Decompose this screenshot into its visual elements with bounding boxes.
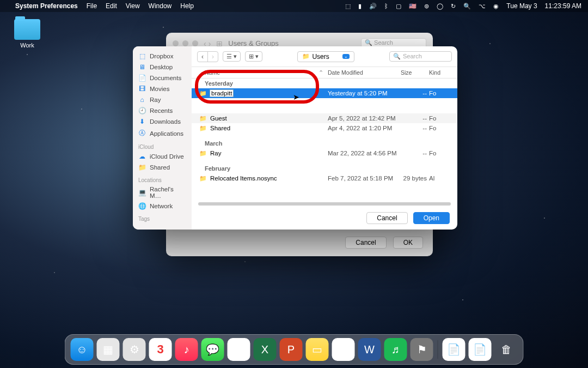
doc-icon: 📄 xyxy=(138,74,146,82)
menu-view[interactable]: View xyxy=(126,2,140,10)
col-name[interactable]: Name⌃ xyxy=(192,69,328,76)
dock-trash[interactable]: 🗑 xyxy=(495,338,518,361)
battery-icon[interactable]: ▢ xyxy=(396,3,401,10)
volume-icon[interactable]: 🔊 xyxy=(369,3,377,10)
sidebar-rachels-mac[interactable]: 💻Rachel's M… xyxy=(133,184,192,201)
sidebar-item-label: Shared xyxy=(150,164,170,171)
dock-settings[interactable]: ⚙ xyxy=(123,338,146,361)
file-row-bradpitt[interactable]: 📁bradpitt Yesterday at 5:20 PM -- Fo xyxy=(192,88,457,98)
dropbox-icon[interactable]: ⬚ xyxy=(345,3,351,10)
dock-separator xyxy=(438,340,438,359)
dock-unknown[interactable]: ⚑ xyxy=(411,338,433,361)
col-size[interactable]: Size xyxy=(401,69,429,76)
view-group-button[interactable]: ⊞ ▾ xyxy=(245,51,262,62)
dialog-search[interactable]: 🔍Search xyxy=(389,51,452,62)
file-row-relocated[interactable]: 📁Relocated Items.nosync Feb 7, 2022 at 5… xyxy=(192,173,457,183)
sidebar-recents[interactable]: 🕘Recents xyxy=(133,105,192,116)
file-row-guest[interactable]: 📁Guest Apr 5, 2022 at 12:42 PM -- Fo xyxy=(192,113,457,123)
dock-music[interactable]: ♪ xyxy=(175,338,198,361)
sidebar-section-tags: Tags xyxy=(133,212,192,223)
alias-icon: 📁 xyxy=(199,175,207,182)
dock-finder[interactable]: ☺ xyxy=(71,338,94,361)
dropdown-icon[interactable]: ⌄ xyxy=(342,54,350,59)
dock-notes[interactable]: ▭ xyxy=(306,338,329,361)
cell-size: -- xyxy=(401,150,429,156)
sidebar-shared[interactable]: 📁Shared xyxy=(133,162,192,173)
user-icon[interactable]: ◯ xyxy=(437,3,443,10)
sidebar-icloud-drive[interactable]: ☁iCloud Drive xyxy=(133,151,192,162)
nav-back-forward[interactable]: ‹› xyxy=(197,51,218,62)
sidebar-item-label: Documents xyxy=(150,75,181,81)
menu-file[interactable]: File xyxy=(87,2,97,10)
dock-powerpoint[interactable]: P xyxy=(280,338,303,361)
desktop-folder-work[interactable]: Work xyxy=(11,19,44,49)
desktop-folder-label: Work xyxy=(11,42,44,49)
prefs-ok-button[interactable]: OK xyxy=(393,237,423,249)
menubar-date[interactable]: Tue May 3 xyxy=(506,2,537,10)
horizontal-scrollbar[interactable] xyxy=(198,202,451,206)
filename-edit[interactable]: bradpitt xyxy=(210,90,233,96)
path-control[interactable]: 📁 Users ⌄ xyxy=(297,51,354,62)
download-icon: ⬇ xyxy=(138,118,146,125)
dialog-main: ‹› ☰ ▾ ⊞ ▾ 📁 Users ⌄ 🔍Search Name⌃ Date … xyxy=(192,46,457,230)
sidebar-item-label: Rachel's M… xyxy=(150,186,186,199)
dock-launchpad[interactable]: ▦ xyxy=(97,338,120,361)
timemachine-icon[interactable]: ↻ xyxy=(451,3,456,10)
cell-kind: Fo xyxy=(429,150,457,156)
file-row-ray[interactable]: 📁Ray Mar 22, 2022 at 4:56 PM -- Fo xyxy=(192,148,457,158)
battery-save-icon[interactable]: ▮ xyxy=(358,3,362,10)
cancel-button[interactable]: Cancel xyxy=(366,212,407,224)
sidebar-desktop[interactable]: 🖥Desktop xyxy=(133,62,192,73)
dock-chrome[interactable]: ◉ xyxy=(228,338,250,361)
desktop-icon: 🖥 xyxy=(138,63,146,71)
folder-icon: 📁 xyxy=(302,53,310,60)
folder-icon: 📁 xyxy=(199,90,207,97)
siri-icon[interactable]: ◉ xyxy=(493,3,499,10)
cloud-icon: ☁ xyxy=(138,153,146,160)
prefs-cancel-button[interactable]: Cancel xyxy=(345,237,386,249)
nav-back-icon[interactable]: ‹ xyxy=(198,52,208,62)
sidebar-downloads[interactable]: ⬇Downloads xyxy=(133,116,192,127)
control-center-icon[interactable]: ⌥ xyxy=(479,3,486,10)
laptop-icon: 💻 xyxy=(138,189,146,196)
sidebar-ray[interactable]: ⌂Ray xyxy=(133,94,192,105)
flag-icon[interactable]: 🇺🇸 xyxy=(409,3,416,10)
view-list-button[interactable]: ☰ ▾ xyxy=(223,51,241,62)
cell-size: 29 bytes xyxy=(401,175,429,182)
nav-forward-icon[interactable]: › xyxy=(208,52,218,62)
col-date[interactable]: Date Modified xyxy=(328,69,401,76)
cell-date: Apr 5, 2022 at 12:42 PM xyxy=(328,115,401,122)
folder-icon: 📁 xyxy=(199,125,207,132)
app-icon: Ⓐ xyxy=(138,129,146,138)
folder-icon: 📁 xyxy=(199,115,207,122)
col-kind[interactable]: Kind xyxy=(429,69,457,76)
bluetooth-icon[interactable]: ᛒ xyxy=(384,3,388,9)
spotlight-icon[interactable]: 🔍 xyxy=(463,3,471,10)
dock-calendar[interactable]: 3 xyxy=(149,338,172,361)
dock-doc1[interactable]: 📄 xyxy=(443,338,465,361)
file-list[interactable]: Yesterday 📁bradpitt Yesterday at 5:20 PM… xyxy=(192,79,457,202)
sidebar-movies[interactable]: 🎞Movies xyxy=(133,83,192,94)
sidebar-applications[interactable]: ⒶApplications xyxy=(133,127,192,140)
app-menu[interactable]: System Preferences xyxy=(15,2,78,10)
menubar-time[interactable]: 11:23:59 AM xyxy=(545,2,581,10)
sidebar-network[interactable]: 🌐Network xyxy=(133,201,192,212)
dock-word[interactable]: W xyxy=(358,338,381,361)
dock-messages[interactable]: 💬 xyxy=(201,338,224,361)
sidebar-dropbox[interactable]: ⬚Dropbox xyxy=(133,51,192,62)
sidebar: ⬚Dropbox 🖥Desktop 📄Documents 🎞Movies ⌂Ra… xyxy=(133,46,192,230)
menu-window[interactable]: Window xyxy=(149,2,172,10)
cell-size: -- xyxy=(401,90,429,96)
menu-help[interactable]: Help xyxy=(180,2,194,10)
menu-edit[interactable]: Edit xyxy=(106,2,117,10)
dock-spotify[interactable]: ♬ xyxy=(384,338,407,361)
search-icon: 🔍 xyxy=(393,53,401,60)
file-row-shared[interactable]: 📁Shared Apr 4, 2022 at 1:20 PM -- Fo xyxy=(192,123,457,133)
dock-doc2[interactable]: 📄 xyxy=(469,338,492,361)
sidebar-documents[interactable]: 📄Documents xyxy=(133,73,192,83)
dock-slack[interactable]: ⌗ xyxy=(332,338,355,361)
open-button[interactable]: Open xyxy=(413,212,450,224)
dock-excel[interactable]: X xyxy=(254,338,277,361)
traffic-lights[interactable] xyxy=(173,40,198,46)
wifi-icon[interactable]: ⊚ xyxy=(424,3,429,10)
